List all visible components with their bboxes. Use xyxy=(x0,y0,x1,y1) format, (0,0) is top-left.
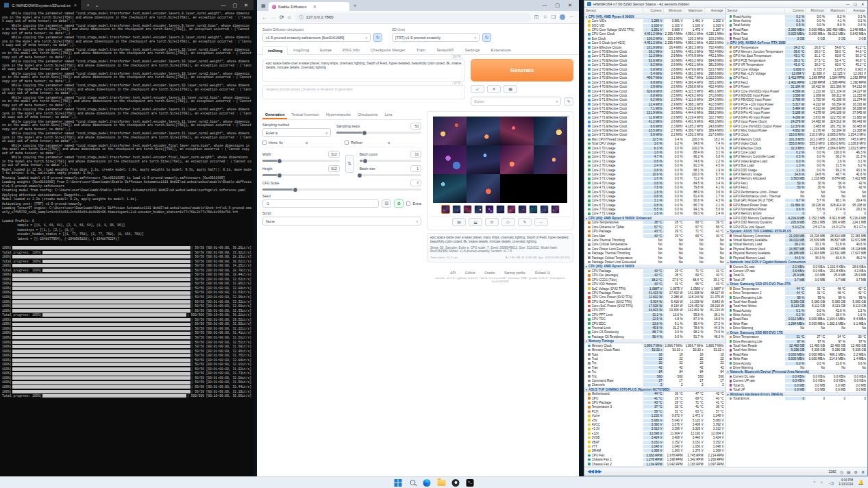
slider-thumb[interactable] xyxy=(293,187,298,193)
tab-dropdown-icon[interactable]: ⌄ xyxy=(95,3,99,8)
thumbnail[interactable] xyxy=(518,205,527,214)
sensor-row[interactable]: CPU CCD1 (Tdie)38.2 °C27.9 °C68.4 °C39.1… xyxy=(584,278,726,282)
height-slider[interactable]: Height512 xyxy=(262,165,340,176)
sensor-row[interactable]: Core 0 T1 Effective Clock11.3 MHz2.9 MHz… xyxy=(584,54,726,58)
sensor-row[interactable]: Core 5 T1 Effective Clock6.2 MHz2.3 MHz4… xyxy=(584,98,726,102)
sensor-row[interactable]: Core 3 T0 Effective Clock496.7 MHz3.1 MH… xyxy=(584,76,726,80)
unet-dropdown[interactable]: [TRT] v1-5-pruned-emaonly▾ xyxy=(392,33,480,42)
sensor-row[interactable]: GPU Core Voltage0.806 V0.725 V1.075 V0.9… xyxy=(726,67,868,71)
sensor-row[interactable]: GPU D3D Memory Dynamic205.8 MB158.2 MB38… xyxy=(726,221,868,225)
sensor-row[interactable]: GPU Performance Limit - PowerNoNoYesNo xyxy=(726,190,868,194)
refiner-toggle[interactable]: Refiner ◀ xyxy=(345,141,421,147)
open-folder-button[interactable]: ▤ xyxy=(452,218,466,226)
subtab-hypernetworks[interactable]: Hypernetworks xyxy=(323,111,354,119)
sensor-row[interactable]: CPU TDC12.5 %4.8 %87.3 %18.9 % xyxy=(584,317,726,321)
browser-minimize-button[interactable]: — xyxy=(543,3,547,8)
sensor-row[interactable]: Physical Memory Available18,188 MB12,903… xyxy=(726,252,868,256)
sensor-row[interactable]: SoC Voltage (SVI2 TFN)1.0887 V1.0875 V1.… xyxy=(584,286,726,291)
sensor-row[interactable]: Read Activity0.1 %0.0 %42.6 %1.2 % xyxy=(726,308,868,313)
sensor-row[interactable]: Read Total3 GB0 GB3 GB3 GB xyxy=(726,36,868,40)
sensor-row[interactable]: CPU Fan2,683 RPM1,978 RPM2,745 RPM2,214 … xyxy=(584,453,726,457)
thumbnail[interactable] xyxy=(441,205,450,214)
sensor-row[interactable]: Physical Memory Load44.5 %34.3 %60.6 %46… xyxy=(726,256,868,260)
sensor-row[interactable]: Core 4 T0 Usage0.8 %0.0 %84.5 %3.4 % xyxy=(584,181,726,185)
profile-avatar[interactable] xyxy=(560,14,565,20)
tab-img2img[interactable]: img2img xyxy=(288,45,314,54)
sensor-group-header[interactable]: ▾CPU [#0]: AMD Ryzen 9 5900X: Enhanced xyxy=(584,216,726,221)
sensor-row[interactable]: GPU Misc Output Power4.852 W2.176 W52.20… xyxy=(726,128,868,132)
sensor-row[interactable]: Core+SoC Power (SVI2 TFN)17.526 W8.134 W… xyxy=(584,304,726,308)
more-menu-icon[interactable]: ⋯ xyxy=(569,14,574,20)
hwinfo-close-button[interactable]: ✕ xyxy=(861,2,865,6)
sensor-row[interactable]: Drive Temperature31 °C27 °C34 °C30 °C xyxy=(726,335,868,339)
collections-icon[interactable]: ❏ xyxy=(551,14,556,20)
sensor-row[interactable]: CPU Core Power (SVI2 TFN)11.602 W2.288 W… xyxy=(584,295,726,300)
sensor-row[interactable]: Core 8 T1 Effective Clock6.6 MHz2.3 MHz4… xyxy=(584,124,726,128)
sensor-row[interactable]: Chassis Fan 21,104 RPM1,042 RPM1,183 RPM… xyxy=(584,462,726,466)
thumbnail[interactable] xyxy=(452,205,461,214)
sensor-group-header[interactable]: ▾GPU [#0]: NVIDIA GeForce RTX 3080 xyxy=(726,40,868,45)
sensor-row[interactable]: Core 3 T1 Usage1.6 %0.0 %71.2 %2.8 % xyxy=(584,177,726,181)
sensor-row[interactable]: GPU Fan250 %30 %56 %42 % xyxy=(726,185,868,189)
slider-thumb[interactable] xyxy=(357,173,362,178)
terminal-tab[interactable]: C:\WINDOWS\system32\cmd.ex ✕ xyxy=(0,0,81,10)
sensor-row[interactable]: Virtual Memory Committed21,043 MB18,226 … xyxy=(726,234,868,238)
send-to-inpaint-button[interactable]: ✎ xyxy=(518,218,532,226)
sensor-row[interactable]: Total DL25.9 MB0.0 MB25.9 MB25.9 MB xyxy=(726,273,868,278)
sensor-row[interactable]: Physical Memory Used14,557 MB11,234 MB19… xyxy=(726,247,868,251)
width-slider[interactable]: Width512 xyxy=(262,151,340,162)
thumbnail[interactable] xyxy=(463,205,472,214)
sensor-row[interactable]: Core 6 T1 Effective Clock7.1 MHz2.4 MHz4… xyxy=(584,106,726,110)
subtab-generation[interactable]: Generation xyxy=(262,111,287,119)
sensor-row[interactable]: Current DL rate0.0 KB/s0.0 KB/s0.0 KB/s0… xyxy=(726,374,868,378)
sensor-row[interactable]: GPU Memory Junction Temperature36.0 °C28… xyxy=(726,49,868,53)
sensor-row[interactable]: Trcd22222222 xyxy=(584,356,726,361)
random-seed-button[interactable]: ⚄ xyxy=(382,199,391,208)
sensor-row[interactable]: GPU Core (NVVDD) Input Power4.589 W1.222… xyxy=(726,89,868,93)
sensor-row[interactable]: Total Host Writes8,113 GB8,112 GB8,113 G… xyxy=(726,304,868,308)
address-bar[interactable]: ⓘ 127.0.0.1:7860 xyxy=(295,13,531,22)
column-header-maximum[interactable]: Maximum xyxy=(684,8,705,14)
tab-extensions[interactable]: Extensions xyxy=(485,45,516,54)
sensor-row[interactable]: GPU PCB Temperature38.3 °C27.5 °C52.4 °C… xyxy=(726,58,868,62)
footer-link-reload-ui[interactable]: Reload UI xyxy=(535,271,550,275)
sensor-row[interactable]: GPU VR Temperature41.0 °C30.0 °C60.0 °C4… xyxy=(726,63,868,67)
prompt-box[interactable]: 30/75 epic space battle over a water pla… xyxy=(262,59,465,82)
sensor-row[interactable]: GPU Fan21,401 RPM1,288 RPM1,588 RPM1,390… xyxy=(726,80,868,84)
sensor-row[interactable]: Core 7 T0 Usage5.5 %0.0 %94.1 %5.6 % xyxy=(584,207,726,211)
refresh-checkpoints-button[interactable]: ↻ xyxy=(373,33,382,42)
taskbar-clock[interactable]: 4:04 PM 1/13/2024 xyxy=(839,478,853,486)
workspaces-icon[interactable]: ▦ xyxy=(261,3,266,9)
sensor-row[interactable]: GPU Input Power (Sum)24.278 W14.482 W324… xyxy=(726,120,868,124)
sensor-row[interactable]: Write Activity0.1 %0.0 %4.1 %0.2 % xyxy=(726,19,868,23)
favorites-star-icon[interactable]: ☆ xyxy=(543,14,547,20)
sensor-row[interactable]: Core 9 T1 Effective Clock5.9 MHz2.2 MHz4… xyxy=(584,133,726,137)
sensor-row[interactable]: Total Host Writes9,336 GB9,336 GB9,336 G… xyxy=(726,348,868,352)
refresh-unet-button[interactable]: ↻ xyxy=(482,33,491,42)
sensor-row[interactable]: Core 7 T1 Usage1.6 %0.0 %69.3 %2.4 % xyxy=(584,212,726,216)
subtab-textual-inversion[interactable]: Textual Inversion xyxy=(288,111,321,119)
sensor-row[interactable]: Trp22222222 xyxy=(584,361,726,365)
sensor-row[interactable]: Thermal Limit45.8 %31.2 %78.6 %44.3 % xyxy=(584,326,726,330)
sensor-row[interactable]: Core 1 T0 Usage4.7 %0.0 %96.2 %6.8 % xyxy=(584,155,726,159)
hires-checkbox[interactable] xyxy=(262,141,266,145)
sensor-row[interactable]: Drive Remaining Life99 %99 %99 %99 % xyxy=(726,295,868,300)
sensor-row[interactable]: VBAT3.152 V3.152 V3.152 V3.152 V xyxy=(584,440,726,444)
thumbnail[interactable] xyxy=(540,205,549,214)
slider-thumb[interactable] xyxy=(277,158,282,164)
slider-value-input[interactable]: 10 xyxy=(410,151,421,158)
sensor-row[interactable]: Core Critical TemperatureNoNoNoNo xyxy=(584,243,726,247)
sensor-row[interactable]: Write Rate1.284 MB/s0.000 MB/s1,382.6 MB… xyxy=(726,321,868,326)
settings-gear-icon[interactable]: ⚙ xyxy=(854,469,858,474)
generated-image[interactable] xyxy=(467,145,500,174)
sensor-row[interactable]: Core 5 T1 Usage0.8 %0.0 %61.4 %1.7 % xyxy=(584,194,726,198)
sensor-row[interactable]: Virtual Memory Available34,010 MB26,539 … xyxy=(726,238,868,242)
sensor-row[interactable]: AVCC3.392 V3.376 V3.408 V3.392 V xyxy=(584,422,726,426)
sensor-row[interactable]: Core 8 T0 Effective Clock41.2 MHz2.8 MHz… xyxy=(584,120,726,124)
sensor-row[interactable]: Core 2 T1 Effective Clock5.4 MHz2.4 MHz4… xyxy=(584,71,726,75)
negative-prompt-box[interactable]: 0/75 Negative prompt (press Ctrl+Enter o… xyxy=(262,85,465,99)
sensor-row[interactable]: GPU Effective Clock32.3 MHz8.8 MHz2,084.… xyxy=(726,146,868,150)
save-image-button[interactable]: ⬓ xyxy=(469,218,482,226)
slider-thumb[interactable] xyxy=(277,173,282,178)
sensor-row[interactable]: Core 4 T0 Effective Clock3.9 MHz2.6 MHz4… xyxy=(584,84,726,88)
